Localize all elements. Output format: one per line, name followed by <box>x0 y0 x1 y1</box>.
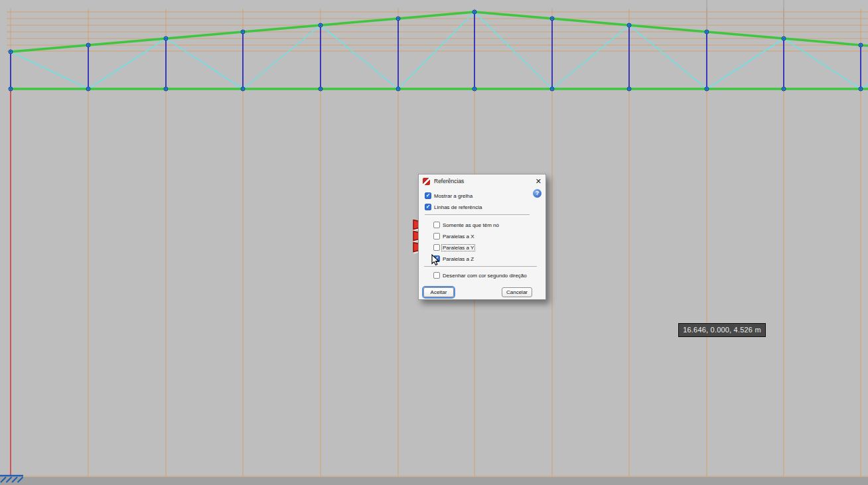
checkbox[interactable] <box>433 272 440 279</box>
checkbox-mostrar-a-grelha[interactable]: Mostrar a grelha <box>425 192 472 200</box>
help-icon[interactable]: ? <box>533 189 542 198</box>
checkbox-label: Paralelas a Y <box>441 244 475 251</box>
checkbox-desenhar-com-cor[interactable]: Desenhar com cor segundo direção <box>433 271 527 279</box>
truss-node-center <box>860 44 861 46</box>
checkbox-label: Paralelas a X <box>443 234 474 240</box>
truss-node-center <box>551 88 553 90</box>
checkbox-paralelas-a-x[interactable]: Paralelas a X <box>433 232 474 240</box>
cancel-button[interactable]: Cancelar <box>502 287 532 297</box>
checkbox[interactable] <box>425 192 431 199</box>
truss-diagonal <box>88 38 166 89</box>
truss-node-center <box>10 51 11 52</box>
close-icon[interactable]: ✕ <box>536 178 542 185</box>
truss-diagonal <box>552 25 629 89</box>
coordinates-tooltip: 16.646, 0.000, 4.526 m <box>678 323 766 337</box>
accept-button[interactable]: Aceitar <box>423 287 454 297</box>
checkbox[interactable] <box>425 204 431 210</box>
checkbox[interactable] <box>433 244 440 251</box>
truss-node-center <box>165 88 167 90</box>
truss-node-center <box>783 38 784 39</box>
checkbox-paralelas-a-y[interactable]: Paralelas a Y <box>433 243 474 251</box>
truss-node-center <box>165 38 167 39</box>
dialog-titlebar[interactable]: Referências ✕ <box>419 174 545 188</box>
truss-node-center <box>474 11 475 13</box>
truss-node-center <box>88 44 89 46</box>
truss-node-center <box>783 88 784 90</box>
truss-node-center <box>706 88 707 90</box>
checkbox-label: Paralelas a Z <box>443 256 474 262</box>
truss-node-center <box>242 88 244 90</box>
truss-node-center <box>860 88 861 90</box>
ground-band <box>0 477 868 485</box>
truss-diagonal <box>11 52 88 89</box>
truss-node-center <box>10 88 11 90</box>
truss-node-center <box>628 88 630 90</box>
truss-diagonal <box>166 38 243 89</box>
checkbox-label: Somente as que têm nó <box>443 222 499 228</box>
truss-node-center <box>706 31 707 33</box>
truss-diagonal <box>321 25 398 89</box>
truss-diagonal <box>707 38 784 89</box>
references-dialog: Referências ✕ ? Mostrar a grelha Linhas … <box>418 174 546 300</box>
truss-node-center <box>551 18 553 19</box>
separator <box>425 214 530 217</box>
separator <box>424 266 537 269</box>
truss-node-center <box>242 31 244 33</box>
checkbox-label: Desenhar com cor segundo direção <box>443 273 527 279</box>
truss-node-center <box>88 88 89 90</box>
app-canvas: Referências ✕ ? Mostrar a grelha Linhas … <box>0 0 868 485</box>
checkbox-somente-as-que-tem-no[interactable]: Somente as que têm nó <box>433 221 499 229</box>
app-icon <box>423 178 430 185</box>
checkbox[interactable] <box>433 222 440 228</box>
truss-node-center <box>628 25 630 26</box>
truss-node-center <box>320 25 321 26</box>
checkbox-linhas-de-referencia[interactable]: Linhas de referência <box>425 203 482 211</box>
truss-diagonal <box>474 12 552 89</box>
truss-node-center <box>320 88 321 90</box>
truss-node-center <box>474 88 475 90</box>
truss-diagonal <box>784 38 861 89</box>
truss-node-center <box>398 88 399 90</box>
truss-diagonal <box>243 25 321 89</box>
truss-diagonal <box>629 25 707 89</box>
checkbox-paralelas-a-z[interactable]: Paralelas a Z <box>433 255 474 263</box>
checkbox-label: Mostrar a grelha <box>434 193 472 199</box>
truss-node-center <box>398 18 399 19</box>
truss-diagonal <box>398 12 474 89</box>
mouse-cursor <box>431 254 439 266</box>
dialog-title: Referências <box>434 178 464 184</box>
checkbox-label: Linhas de referência <box>434 204 482 210</box>
checkbox[interactable] <box>433 233 440 240</box>
